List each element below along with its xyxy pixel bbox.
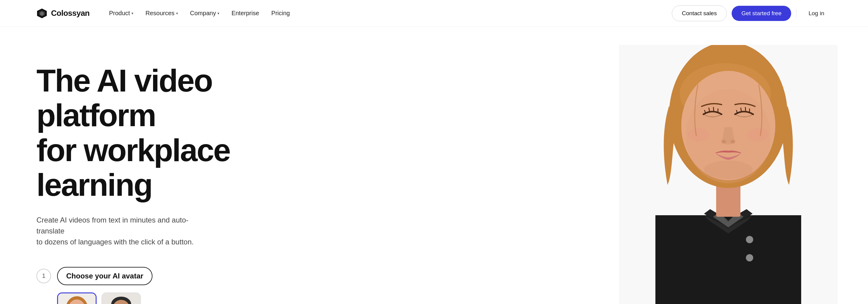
avatar-male-image [102,293,140,304]
avatar-thumbnail-female[interactable] [57,293,97,304]
svg-point-47 [704,161,752,179]
navbar: Colossyan Product ▾ Resources ▾ Company … [0,0,868,27]
svg-point-44 [731,140,735,143]
nav-item-resources[interactable]: Resources ▾ [141,7,183,19]
hero-subtitle: Create AI videos from text in minutes an… [36,215,207,247]
nav-item-product[interactable]: Product ▾ [104,7,138,19]
navbar-left: Colossyan Product ▾ Resources ▾ Company … [36,7,294,19]
step-row: 1 Choose your AI avatar [36,267,310,285]
avatar-thumbnails [57,293,310,304]
login-button[interactable]: Log in [801,6,832,21]
hero-left: The AI video platform for workplace lear… [36,51,310,304]
svg-point-29 [746,254,753,261]
svg-point-45 [688,128,709,141]
svg-point-43 [721,140,726,143]
colossyan-logo-icon [36,8,48,19]
nav-item-pricing[interactable]: Pricing [266,7,294,19]
svg-line-41 [745,107,746,111]
hero-right [382,27,868,304]
hero-title: The AI video platform for workplace lear… [36,63,310,202]
get-started-button[interactable]: Get started free [732,6,791,21]
nav-divider [796,9,796,18]
step-number: 1 [36,269,51,283]
main-avatar-image [619,45,838,304]
chevron-down-icon: ▾ [176,11,178,16]
nav-links: Product ▾ Resources ▾ Company ▾ Enterpri… [104,7,294,19]
step-area: 1 Choose your AI avatar [36,267,310,304]
avatar-female-image [58,293,96,304]
contact-sales-button[interactable]: Contact sales [672,5,727,21]
step-label[interactable]: Choose your AI avatar [57,267,152,285]
svg-line-37 [713,107,714,111]
logo[interactable]: Colossyan [36,8,90,19]
hero-avatar-container [382,27,868,304]
chevron-down-icon: ▾ [131,11,133,16]
nav-item-enterprise[interactable]: Enterprise [226,7,264,19]
hero-section: The AI video platform for workplace lear… [0,27,868,304]
nav-item-company[interactable]: Company ▾ [185,7,224,19]
logo-text: Colossyan [51,8,90,18]
chevron-down-icon: ▾ [217,11,219,16]
navbar-right: Contact sales Get started free Log in [672,5,832,21]
avatar-thumbnail-male[interactable] [101,293,141,304]
svg-point-46 [747,128,769,141]
svg-point-28 [746,236,753,243]
